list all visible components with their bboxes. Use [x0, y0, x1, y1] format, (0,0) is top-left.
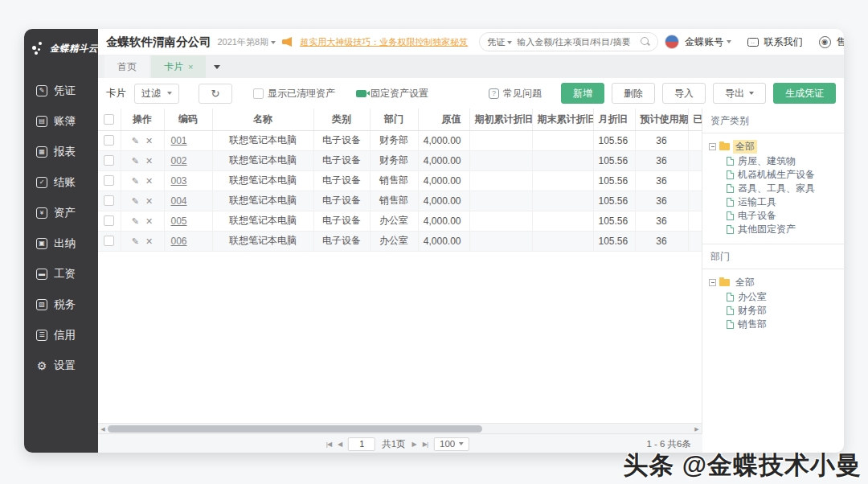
edit-icon[interactable]: ✎	[129, 236, 142, 246]
dept-tree-item[interactable]: 办公室	[727, 290, 837, 304]
row-checkbox[interactable]	[104, 236, 114, 246]
generate-voucher-button[interactable]: 生成凭证	[773, 83, 836, 104]
scroll-right-icon[interactable]: ▶	[692, 424, 702, 433]
asset-tree-item[interactable]: 房屋、建筑物	[727, 154, 837, 168]
doc-icon	[727, 320, 734, 329]
collapse-icon[interactable]	[709, 143, 716, 150]
import-button[interactable]: 导入	[662, 83, 706, 104]
sidebar-item-tax[interactable]: ▧ 税务	[24, 289, 98, 320]
asset-dept: 销售部	[370, 191, 418, 211]
asset-code-link[interactable]: 005	[171, 215, 187, 227]
search-category-select[interactable]: 凭证	[487, 36, 512, 48]
dept-tree-root[interactable]: 全部	[709, 275, 837, 289]
edit-icon[interactable]: ✎	[129, 176, 142, 186]
app-window: 金蝶精斗云 ✎ 凭证 ▤ 账簿 ▦ 报表 ✓ 结账 ¥ 资产	[24, 29, 844, 453]
first-page-button[interactable]: |◀	[326, 441, 331, 448]
asset-tree-item[interactable]: 运输工具	[727, 195, 837, 209]
asset-tree-item[interactable]: 电子设备	[727, 209, 837, 223]
delete-button[interactable]: 删除	[612, 83, 655, 104]
asset-begin-dep	[469, 231, 532, 251]
asset-tree-item[interactable]: 器具、工具、家具	[727, 182, 837, 195]
sidebar-item-settings[interactable]: ⚙ 设置	[24, 351, 98, 381]
refresh-button[interactable]: ↻	[199, 84, 232, 104]
dept-tree-root-label[interactable]: 全部	[733, 276, 757, 289]
asset-life: 36	[635, 130, 688, 150]
export-button[interactable]: 导出	[713, 83, 766, 104]
sidebar-item-cashier[interactable]: ▣ 出纳	[24, 228, 98, 259]
asset-category: 电子设备	[313, 191, 370, 211]
page-size-select[interactable]: 100	[434, 437, 469, 451]
asset-tree-root-label[interactable]: 全部	[733, 140, 757, 154]
asset-tree-item[interactable]: 机器机械生产设备	[727, 168, 837, 182]
sidebar-item-asset[interactable]: ¥ 资产	[24, 198, 98, 228]
dept-tree-item[interactable]: 财务部	[727, 304, 837, 318]
sidebar-item-payroll[interactable]: ▬ 工资	[24, 259, 98, 289]
asset-code-link[interactable]: 002	[171, 155, 187, 166]
avatar[interactable]	[665, 35, 679, 49]
dept-tree-item[interactable]: 销售部	[727, 318, 837, 331]
announcement-link[interactable]: 超实用大神级技巧：业务权限控制独家秘笈	[300, 36, 468, 48]
asset-settings-link[interactable]: 固定资产设置	[356, 87, 428, 100]
edit-icon[interactable]: ✎	[129, 136, 142, 146]
content-area: 操作 编码 名称 类别 部门 原值 期初累计折旧 期末累计折旧 月折旧 预计	[98, 109, 844, 453]
report-icon: ▦	[36, 146, 47, 158]
asset-tree-root[interactable]: 全部	[709, 139, 837, 154]
sidebar-item-label: 信用	[54, 328, 76, 342]
tab-close-icon[interactable]: ×	[188, 62, 193, 72]
contact-us-link[interactable]: 联系我们	[764, 35, 803, 49]
add-button[interactable]: 新增	[561, 83, 604, 104]
sidebar-item-credit[interactable]: ☰ 信用	[24, 320, 98, 351]
scrollbar-thumb[interactable]	[108, 425, 482, 433]
edit-icon[interactable]: ✎	[129, 156, 142, 166]
sidebar-item-voucher[interactable]: ✎ 凭证	[24, 76, 98, 106]
horizontal-scrollbar[interactable]: ◀ ▶	[98, 423, 702, 433]
sidebar-item-label: 税务	[54, 297, 76, 312]
asset-code-link[interactable]: 004	[171, 195, 187, 207]
prev-page-button[interactable]: ◀	[338, 441, 342, 448]
row-checkbox[interactable]	[104, 175, 114, 186]
asset-code-link[interactable]: 003	[171, 175, 187, 187]
sidebar-item-ledger[interactable]: ▤ 账簿	[24, 106, 98, 137]
delete-icon[interactable]: ✕	[142, 236, 156, 246]
row-checkbox[interactable]	[104, 155, 114, 166]
delete-icon[interactable]: ✕	[142, 196, 156, 206]
next-page-button[interactable]: ▶	[412, 441, 416, 448]
col-life: 预计使用期限	[635, 109, 688, 130]
filter-select[interactable]: 过滤	[134, 84, 179, 104]
asset-begin-dep	[469, 191, 532, 211]
edit-icon[interactable]: ✎	[129, 216, 142, 226]
row-checkbox[interactable]	[104, 195, 114, 206]
delete-icon[interactable]: ✕	[142, 136, 156, 146]
account-menu[interactable]: 金蝶账号	[685, 35, 731, 49]
delete-icon[interactable]: ✕	[142, 216, 156, 226]
tab-list-dropdown[interactable]	[214, 59, 220, 74]
sidebar-item-report[interactable]: ▦ 报表	[24, 137, 98, 167]
search-icon[interactable]	[641, 37, 650, 47]
row-checkbox[interactable]	[104, 215, 114, 226]
delete-icon[interactable]: ✕	[142, 176, 156, 186]
asset-begin-dep	[469, 150, 532, 170]
search-input[interactable]	[517, 37, 636, 47]
col-name: 名称	[212, 109, 313, 130]
scroll-left-icon[interactable]: ◀	[98, 424, 108, 433]
doc-icon	[727, 157, 734, 166]
row-checkbox[interactable]	[104, 135, 114, 146]
collapse-icon[interactable]	[709, 279, 716, 286]
tab-card[interactable]: 卡片 ×	[151, 55, 206, 78]
after-sales-link[interactable]: 售后在线服务	[837, 35, 844, 49]
delete-icon[interactable]: ✕	[142, 156, 156, 166]
asset-tree-item[interactable]: 其他固定资产	[727, 223, 837, 236]
show-cleared-checkbox[interactable]	[253, 88, 264, 99]
asset-code-link[interactable]: 006	[171, 236, 187, 247]
asset-code-link[interactable]: 001	[171, 135, 187, 146]
page-number-input[interactable]	[348, 437, 375, 451]
edit-icon[interactable]: ✎	[129, 196, 142, 206]
sidebar: 金蝶精斗云 ✎ 凭证 ▤ 账簿 ▦ 报表 ✓ 结账 ¥ 资产	[24, 29, 98, 453]
last-page-button[interactable]: ▶|	[423, 441, 428, 448]
period-selector[interactable]: 2021年第8期	[218, 36, 276, 48]
faq-link[interactable]: ? 常见问题	[489, 87, 542, 100]
tab-home[interactable]: 首页	[104, 55, 149, 78]
select-all-checkbox[interactable]	[104, 114, 114, 125]
sidebar-item-closing[interactable]: ✓ 结账	[24, 167, 98, 198]
sidebar-item-label: 设置	[54, 359, 76, 373]
